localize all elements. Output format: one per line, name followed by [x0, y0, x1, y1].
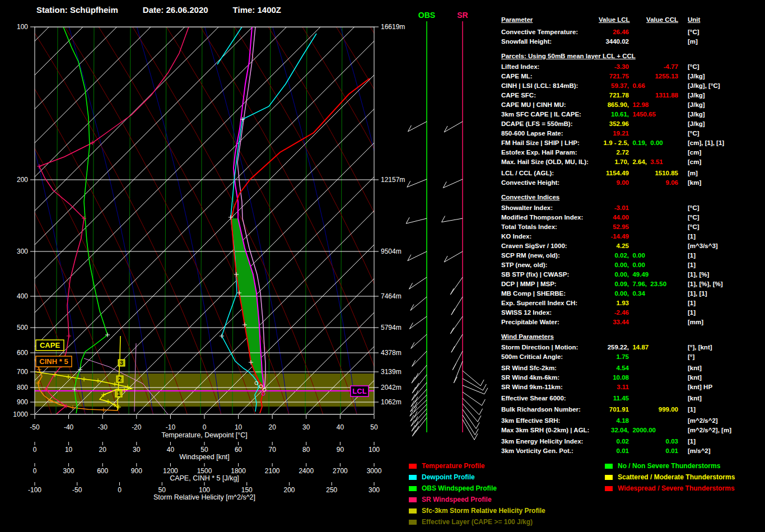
windspeed-tick-label: 50	[200, 446, 208, 454]
param-label: SB STP (fix) | CWASP:	[501, 270, 599, 279]
srh-axis-title: Storm Relative Helicity [m^2/s^2]	[153, 493, 255, 501]
cape-tick-label: 300	[63, 467, 74, 475]
param-unit: [1], [%]	[688, 270, 709, 279]
param-extra-value: 23.50	[647, 281, 666, 287]
profile-legend-item: Sfc-3km Storm Relative Helicity Profile	[409, 505, 545, 516]
param-unit: [°C]	[688, 213, 699, 222]
param-row: Convective Temperature:26.46[°C]	[501, 27, 762, 37]
param-mid: 2.64, 3.51	[629, 157, 687, 167]
wind-barb	[453, 351, 463, 370]
param-mid: 0.01	[629, 446, 687, 456]
param-extra-value: 49.49	[629, 271, 649, 278]
wind-barb	[463, 371, 484, 386]
cape-tick-label: 3000	[367, 467, 382, 475]
param-extra-value: 0.19,	[629, 139, 647, 146]
param-mid: 999.00	[629, 405, 687, 414]
param-mid: 1255.13	[629, 72, 687, 81]
param-unit: [m^2/s^2]	[688, 416, 718, 426]
param-row: SB STP (fix) | CWASP:0.00, 49.49[1], [%]	[501, 270, 762, 279]
param-value-lcl: 0.00,	[599, 260, 629, 270]
parameter-table: ParameterValue LCLValue CCLUnitConvectiv…	[501, 15, 762, 456]
param-unit: [°C]	[688, 62, 699, 72]
param-value-lcl: 9.00	[599, 178, 629, 188]
profile-legend: Temperature ProfileDewpoint ProfileOBS W…	[409, 460, 545, 528]
profile-legend-item: OBS Windspeed Profile	[409, 483, 545, 494]
wind-barb	[442, 216, 463, 222]
temperature-tick-label: 30	[302, 423, 310, 431]
wind-barb	[451, 297, 463, 315]
param-extra-value: 7.96,	[629, 281, 647, 287]
col-parameter: Parameter	[501, 15, 599, 25]
param-label: Convective Temperature:	[501, 27, 599, 37]
param-mid	[629, 27, 687, 37]
param-label: CAPE MU | CINH MU:	[501, 100, 599, 110]
param-mid	[629, 382, 687, 392]
param-value-lcl: 1.70,	[599, 157, 629, 167]
param-label: Convective Height:	[501, 178, 599, 188]
param-row: CINH | LSI (LCL: 814mB):59.37, 0.66[J/kg…	[501, 81, 762, 91]
param-value-lcl: 3.11	[599, 382, 629, 392]
param-mid	[629, 232, 687, 241]
param-unit: [1]	[688, 405, 696, 414]
temperature-axis-title: Temperature, Dewpoint [°C]	[161, 431, 248, 439]
param-unit: [knt]	[688, 363, 702, 373]
param-extra-values: 0.66	[629, 81, 645, 91]
legend-swatch-icon	[605, 464, 613, 469]
param-mid	[629, 308, 687, 318]
param-row: Estofex Exp. Hail Param:2.72[cm]	[501, 148, 762, 157]
param-unit: [1]	[688, 251, 696, 260]
param-extra-values: 2.64, 3.51	[629, 157, 663, 167]
param-unit: [J/kg]	[688, 110, 705, 119]
param-value-lcl: 865.90,	[599, 100, 629, 110]
param-extra-values: 0.34	[629, 289, 645, 298]
param-mid: 1311.88	[629, 91, 687, 100]
cape-tick-label: 2100	[265, 467, 280, 475]
wind-barb	[407, 179, 427, 187]
srh-tick-label: -50	[72, 486, 82, 494]
param-value-lcl: 1.9 - 2.5,	[599, 138, 629, 148]
plot-area: 321	[0, 27, 498, 414]
param-label: 3km Effective SRH:	[501, 416, 599, 426]
param-unit: [mm]	[688, 318, 703, 327]
param-value-lcl: 1.93	[599, 298, 629, 308]
param-row: Showalter Index:-3.01[°C]	[501, 203, 762, 213]
param-extra-values: 7.96, 23.50	[629, 279, 666, 289]
param-label: Storm Direction | Motion:	[501, 343, 599, 352]
param-extra-value: 0.66	[629, 82, 645, 89]
param-label: Max 3km SRH (0-2km) | AGL:	[501, 426, 599, 435]
param-value-lcl: 0.00,	[599, 270, 629, 279]
param-label: Max. Hail Size (OLD, MU, IL):	[501, 157, 599, 167]
param-row: SR Wind 9km-11km:3.11[knt] HP	[501, 382, 762, 392]
section-title: Convective Indices	[501, 193, 762, 202]
wind-barb	[409, 277, 427, 289]
dewpoint-profile-upper	[217, 27, 242, 64]
wind-barb	[412, 413, 427, 431]
param-value-lcl: 52.95	[599, 222, 629, 232]
param-row: CAPE ML:721.751255.13[J/kg]	[501, 72, 762, 81]
param-row: Lifted Index:-3.30-4.77[°C]	[501, 62, 762, 72]
legend-label: Scattered / Moderate Thunderstorms	[618, 473, 735, 481]
param-value-ccl: 0.01	[666, 446, 678, 456]
param-mid: 12.98	[629, 100, 687, 110]
obs-column-label: OBS	[418, 11, 435, 20]
param-value-lcl: -3.01	[599, 203, 629, 213]
param-value-ccl: -4.77	[664, 62, 678, 72]
param-extra-value: 2000.00	[629, 427, 656, 433]
param-label: 3km SFC CAPE | IL CAPE:	[501, 110, 599, 119]
param-value-ccl: 1510.85	[655, 169, 678, 178]
col-value-ccl: Value CCL	[646, 15, 678, 25]
altitude-tick-label: 12157m	[381, 176, 405, 184]
pressure-tick-label: 200	[17, 176, 28, 184]
param-row: Bulk Richardson Number:701.91999.00[1]	[501, 405, 762, 414]
skewt-chart: 321CAPECINH * 5LCL1002003004005006007008…	[0, 0, 498, 532]
param-value-lcl: 352.96	[599, 119, 629, 129]
severity-legend: No / Non Severe ThunderstormsScattered /…	[605, 460, 735, 494]
legend-swatch-icon	[409, 486, 417, 491]
param-row: Snowfall Height:3440.02[m]	[501, 37, 762, 46]
param-value-lcl: -2.46	[599, 308, 629, 318]
param-value-ccl: 1255.13	[655, 72, 678, 81]
param-unit: [cm]	[688, 148, 701, 157]
param-mid: 9.06	[629, 178, 687, 188]
param-label: Exp. Supercell Index CH:	[501, 298, 599, 308]
param-label: MB Comp | SHERBE:	[501, 289, 599, 298]
